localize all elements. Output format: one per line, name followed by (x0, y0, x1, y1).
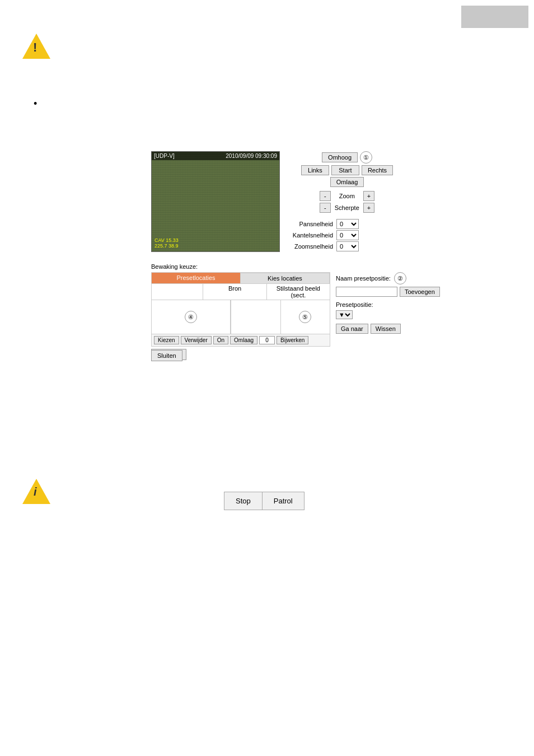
ptz-omlaag-row: Omlaag (285, 177, 409, 187)
col-stilstaand: Stilstaand beeld (sect. (267, 284, 330, 300)
camera-bottom-text: CAV 15.33225.7 38.9 (154, 237, 179, 249)
presetpositie-select[interactable]: ▼ (336, 310, 353, 319)
camera-overlay: [UDP-V] 2010/09/09 09:30:09 (152, 152, 279, 160)
bijwerken-button[interactable]: Bijwerken (277, 336, 308, 344)
pan-speed-row: Pansnelheid 0123 (285, 219, 409, 229)
naam-presetpositie-label: Naam presetpositie: (336, 275, 391, 282)
ptz-start-button[interactable]: Start (331, 165, 359, 175)
tab-presetlocaties[interactable]: Presetlocaties (152, 273, 240, 284)
patrol-button[interactable]: Patrol (263, 492, 305, 510)
speed-section: Pansnelheid 0123 Kantelsnelheid 0123 Zoo… (285, 218, 409, 251)
ptz-scherpte-label: Scherpte (333, 204, 361, 211)
verwijder-button[interactable]: Verwijder (181, 336, 212, 344)
kantel-speed-row: Kantelsnelheid 0123 (285, 230, 409, 240)
camera-timestamp: 2010/09/09 09:30:09 (226, 153, 277, 159)
circle-4: ④ (185, 311, 197, 323)
zoom-speed-label: Zoomsnelheid (285, 243, 333, 250)
ptz-omhoog-row: Omhoog ① (285, 151, 409, 164)
bron-col-body (231, 300, 280, 334)
ptz-zoom-label: Zoom (333, 193, 361, 199)
warning-icon-top (22, 34, 50, 59)
ganaar-button[interactable]: Ga naar (336, 324, 368, 334)
ptz-zoom-row: - Zoom + (285, 191, 409, 201)
bewaking-tabs: Presetlocaties Kies locaties (152, 273, 330, 284)
bullet-point: • (34, 98, 37, 110)
ptz-omhoog-button[interactable]: Omhoog (322, 152, 358, 162)
ptz-scherpte-row: - Scherpte + (285, 203, 409, 213)
circle-5: ⑤ (299, 311, 311, 323)
omlaag-button[interactable]: Omlaag (230, 336, 257, 344)
ptz-circle-1: ① (360, 151, 372, 164)
kantel-speed-select[interactable]: 0123 (336, 230, 359, 240)
main-content-area: [UDP-V] 2010/09/09 09:30:09 CAV 15.33225… (151, 151, 409, 252)
on-button[interactable]: On (213, 336, 228, 344)
bewaking-footer: Kiezen Verwijder On Omlaag Bijwerken (152, 334, 330, 346)
kantel-speed-label: Kantelsnelheid (285, 232, 333, 239)
ptz-scherpte-minus[interactable]: - (320, 203, 331, 213)
zoom-speed-row: Zoomsnelheid 0123 (285, 241, 409, 251)
naam-preset-input[interactable] (336, 287, 397, 297)
zoom-speed-select[interactable]: 0123 (336, 241, 359, 251)
ptz-zoom-minus[interactable]: - (320, 191, 331, 201)
kiezen-button[interactable]: Kiezen (154, 336, 179, 344)
ptz-rechts-button[interactable]: Rechts (362, 165, 393, 175)
sluiten-button[interactable]: Sluiten (151, 350, 182, 361)
duration-input[interactable] (259, 336, 275, 344)
wissen-button[interactable]: Wissen (371, 324, 401, 334)
preset-panel: Naam presetpositie: ② Toevoegen Presetpo… (336, 272, 440, 334)
warning-section-top (22, 34, 50, 59)
ptz-scherpte-plus[interactable]: + (363, 203, 374, 213)
bewaking-table-container: Presetlocaties Kies locaties Bron Stilst… (151, 272, 440, 360)
info-section (22, 479, 50, 504)
info-icon (22, 479, 50, 504)
camera-protocol: [UDP-V] (154, 153, 175, 159)
pan-speed-select[interactable]: 0123 (336, 219, 359, 229)
bewaking-label: Bewaking keuze: (151, 263, 440, 270)
bewaking-body: ④ ⑤ (152, 300, 330, 334)
pan-speed-label: Pansnelheid (285, 221, 333, 227)
preset-action-row: Ga naar Wissen (336, 324, 440, 334)
bewaking-table: Presetlocaties Kies locaties Bron Stilst… (151, 272, 330, 347)
ptz-controls: Omhoog ① Links Start Rechts Omlaag - Zoo… (285, 151, 409, 251)
naam-input-row: Toevoegen (336, 287, 440, 297)
stilstaand-col-body: ⑤ (281, 300, 330, 334)
ptz-middle-row: Links Start Rechts (285, 165, 409, 175)
toevoegen-button[interactable]: Toevoegen (400, 287, 440, 297)
tab-kies-locaties[interactable]: Kies locaties (240, 273, 330, 284)
stop-button[interactable]: Stop (224, 492, 263, 510)
bewaking-col-headers: Bron Stilstaand beeld (sect. (152, 284, 330, 300)
camera-feed: [UDP-V] 2010/09/09 09:30:09 CAV 15.33225… (151, 151, 280, 252)
presetpositie-label: Presetpositie: (336, 301, 440, 308)
stop-patrol-row: Stop Patrol (224, 492, 305, 510)
preset-panel-header: Naam presetpositie: ② (336, 272, 440, 284)
col-bron: Bron (203, 284, 266, 300)
bewaking-section: Bewaking keuze: Presetlocaties Kies loca… (151, 263, 440, 360)
bewaking-circle-4: ④ (152, 300, 231, 334)
ptz-links-button[interactable]: Links (301, 165, 329, 175)
ptz-zoom-plus[interactable]: + (363, 191, 374, 201)
ptz-omlaag-button[interactable]: Omlaag (330, 177, 364, 187)
col-empty (152, 284, 203, 300)
circle-2: ② (394, 272, 406, 284)
top-right-box (461, 6, 528, 28)
